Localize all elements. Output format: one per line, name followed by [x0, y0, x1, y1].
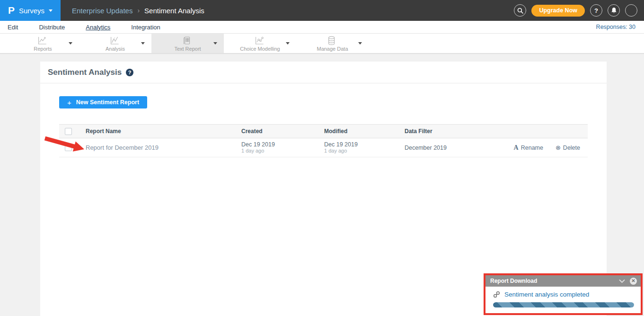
annotation-arrow-icon	[44, 136, 85, 152]
new-report-button-label: New Sentiment Report	[76, 99, 139, 106]
column-header-modified: Modified	[324, 128, 405, 135]
report-name-link[interactable]: Report for December 2019	[86, 144, 159, 151]
product-name: Surveys	[19, 7, 44, 15]
download-panel-body: Sentiment analysis completed	[485, 287, 641, 307]
report-download-panel: Report Download ✕ Sentiment analysis com…	[484, 273, 643, 315]
topbar-actions: Upgrade Now ?	[514, 4, 644, 17]
notifications-button[interactable]	[608, 4, 620, 17]
rename-icon: A	[514, 144, 519, 152]
toolbar-item-label: Analysis	[79, 46, 151, 52]
user-avatar[interactable]	[625, 4, 637, 17]
toolbar-item-label: Text Report	[151, 46, 224, 52]
chevron-down-icon[interactable]	[213, 42, 217, 45]
plus-icon: +	[67, 99, 71, 107]
toolbar-item-choice-modelling[interactable]: Choice Modelling	[224, 34, 296, 53]
breadcrumb-parent[interactable]: Enterprise Updates	[72, 7, 132, 15]
created-date: Dec 19 2019	[241, 141, 324, 148]
chevron-down-icon[interactable]	[69, 42, 72, 45]
link-icon	[493, 291, 500, 298]
nav-tab-edit[interactable]: Edit	[8, 24, 18, 31]
created-ago: 1 day ago	[241, 148, 324, 154]
chevron-down-icon	[49, 9, 53, 12]
modified-ago: 1 day ago	[324, 148, 405, 154]
chevron-down-icon	[619, 279, 625, 283]
delete-button[interactable]: ⊗ Delete	[556, 144, 580, 152]
toolbar-item-label: Choice Modelling	[224, 46, 296, 52]
column-header-report-name: Report Name	[86, 128, 241, 135]
app-logo[interactable]: P Surveys	[0, 0, 61, 21]
help-button[interactable]: ?	[590, 4, 602, 17]
toolbar-item-analysis[interactable]: Analysis	[79, 34, 151, 53]
select-all-checkbox[interactable]	[65, 128, 72, 135]
rename-label: Rename	[521, 144, 543, 151]
modified-date: Dec 19 2019	[324, 141, 405, 148]
toolbar-item-manage-data[interactable]: Manage Data	[296, 34, 369, 53]
logo-p-icon: P	[8, 5, 15, 16]
progress-fill	[493, 302, 634, 307]
card-body: + New Sentiment Report Report Name Creat…	[40, 96, 607, 157]
chevron-down-icon[interactable]	[358, 42, 362, 45]
download-panel-header: Report Download ✕	[485, 275, 641, 287]
close-panel-button[interactable]: ✕	[630, 278, 637, 285]
analytics-toolbar: Reports Analysis Text Report Choice Mode…	[0, 34, 644, 54]
question-mark-icon: ?	[594, 7, 598, 14]
column-header-data-filter: Data Filter	[405, 128, 513, 135]
nav-tab-distribute[interactable]: Distribute	[39, 24, 65, 31]
nav-tab-integration[interactable]: Integration	[131, 24, 160, 31]
responses-count: Responses: 30	[596, 24, 644, 30]
toolbar-item-text-report[interactable]: Text Report	[151, 34, 224, 53]
search-button[interactable]	[514, 4, 526, 17]
collapse-panel-button[interactable]	[619, 279, 625, 283]
toolbar-item-label: Manage Data	[296, 46, 369, 52]
table-header-row: Report Name Created Modified Data Filter	[59, 124, 588, 138]
rename-button[interactable]: A Rename	[514, 144, 543, 152]
toolbar-item-reports[interactable]: Reports	[7, 34, 79, 53]
chevron-down-icon[interactable]	[286, 42, 290, 45]
reports-table: Report Name Created Modified Data Filter…	[59, 124, 588, 157]
page-title: Sentiment Analysis	[48, 68, 122, 77]
nav-tab-analytics[interactable]: Analytics	[86, 24, 110, 31]
breadcrumb-separator-icon: ›	[137, 7, 140, 14]
download-report-link[interactable]: Sentiment analysis completed	[504, 291, 589, 298]
bell-icon	[611, 7, 617, 14]
delete-label: Delete	[563, 144, 580, 151]
data-filter-value: December 2019	[405, 144, 513, 151]
card-title-row: Sentiment Analysis ?	[40, 62, 607, 83]
breadcrumb: Enterprise Updates › Sentiment Analysis	[72, 7, 204, 15]
download-panel-title: Report Download	[490, 278, 537, 284]
survey-nav: Edit Distribute Analytics Integration Re…	[0, 21, 644, 34]
delete-icon: ⊗	[556, 144, 561, 151]
table-row: Report for December 2019 Dec 19 2019 1 d…	[59, 138, 588, 157]
chevron-down-icon[interactable]	[141, 42, 145, 45]
topbar: P Surveys Enterprise Updates › Sentiment…	[0, 0, 644, 21]
breadcrumb-current: Sentiment Analysis	[144, 7, 204, 15]
column-header-created: Created	[241, 128, 324, 135]
title-help-icon[interactable]: ?	[126, 69, 133, 76]
download-progress-bar	[493, 302, 634, 307]
toolbar-item-label: Reports	[7, 46, 79, 52]
upgrade-now-button[interactable]: Upgrade Now	[531, 5, 585, 17]
new-sentiment-report-button[interactable]: + New Sentiment Report	[59, 96, 147, 108]
search-icon	[517, 8, 523, 14]
close-icon: ✕	[631, 279, 635, 283]
